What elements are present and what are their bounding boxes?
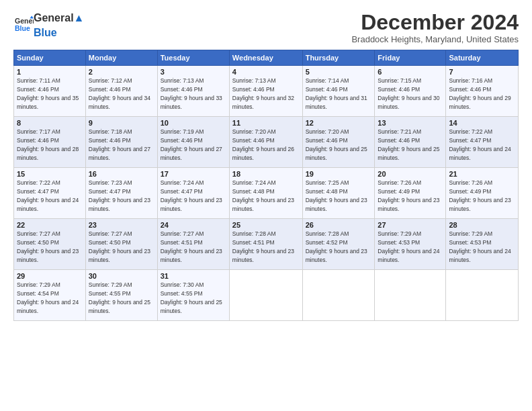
- calendar-cell: [375, 270, 446, 321]
- day-info: Sunrise: 7:29 AMSunset: 4:54 PMDaylight:…: [17, 281, 79, 314]
- calendar-cell: [446, 270, 519, 321]
- day-number: 1: [17, 68, 83, 76]
- day-number: 22: [17, 221, 83, 229]
- col-saturday: Saturday: [446, 50, 519, 66]
- day-info: Sunrise: 7:16 AMSunset: 4:46 PMDaylight:…: [449, 77, 511, 110]
- day-info: Sunrise: 7:23 AMSunset: 4:47 PMDaylight:…: [89, 179, 150, 212]
- day-number: 3: [161, 68, 226, 76]
- day-number: 23: [89, 221, 154, 229]
- calendar-cell: 20 Sunrise: 7:26 AMSunset: 4:49 PMDaylig…: [375, 168, 446, 219]
- day-number: 7: [449, 68, 515, 76]
- calendar-table: Sunday Monday Tuesday Wednesday Thursday…: [13, 50, 519, 321]
- calendar-week-2: 8 Sunrise: 7:17 AMSunset: 4:46 PMDayligh…: [14, 117, 519, 168]
- day-info: Sunrise: 7:29 AMSunset: 4:53 PMDaylight:…: [449, 230, 511, 263]
- day-info: Sunrise: 7:15 AMSunset: 4:46 PMDaylight:…: [378, 77, 439, 110]
- day-number: 24: [161, 221, 226, 229]
- day-number: 18: [232, 170, 300, 178]
- col-monday: Monday: [85, 50, 157, 66]
- day-info: Sunrise: 7:20 AMSunset: 4:46 PMDaylight:…: [306, 128, 367, 161]
- calendar-cell: [229, 270, 302, 321]
- day-number: 31: [161, 272, 226, 280]
- calendar-cell: 22 Sunrise: 7:27 AMSunset: 4:50 PMDaylig…: [14, 219, 86, 270]
- day-info: Sunrise: 7:27 AMSunset: 4:51 PMDaylight:…: [161, 230, 222, 263]
- calendar-header-row: Sunday Monday Tuesday Wednesday Thursday…: [14, 50, 519, 66]
- day-info: Sunrise: 7:24 AMSunset: 4:47 PMDaylight:…: [161, 179, 222, 212]
- day-info: Sunrise: 7:20 AMSunset: 4:46 PMDaylight:…: [232, 128, 294, 161]
- day-number: 29: [17, 272, 83, 280]
- day-info: Sunrise: 7:12 AMSunset: 4:46 PMDaylight:…: [89, 77, 150, 110]
- calendar-cell: 19 Sunrise: 7:25 AMSunset: 4:48 PMDaylig…: [302, 168, 375, 219]
- calendar-cell: 24 Sunrise: 7:27 AMSunset: 4:51 PMDaylig…: [157, 219, 229, 270]
- day-info: Sunrise: 7:26 AMSunset: 4:49 PMDaylight:…: [378, 179, 439, 212]
- day-info: Sunrise: 7:22 AMSunset: 4:47 PMDaylight:…: [449, 128, 511, 161]
- day-info: Sunrise: 7:11 AMSunset: 4:46 PMDaylight:…: [17, 77, 79, 110]
- logo-text: General▲Blue: [34, 11, 84, 40]
- day-number: 20: [378, 170, 443, 178]
- location: Braddock Heights, Maryland, United State…: [351, 34, 519, 44]
- day-info: Sunrise: 7:29 AMSunset: 4:53 PMDaylight:…: [378, 230, 439, 263]
- title-section: December 2024 Braddock Heights, Maryland…: [351, 11, 519, 44]
- calendar-cell: 9 Sunrise: 7:18 AMSunset: 4:46 PMDayligh…: [85, 117, 157, 168]
- day-number: 9: [89, 119, 154, 127]
- calendar-cell: 5 Sunrise: 7:14 AMSunset: 4:46 PMDayligh…: [302, 66, 375, 117]
- calendar-cell: 21 Sunrise: 7:26 AMSunset: 4:49 PMDaylig…: [446, 168, 519, 219]
- calendar-cell: 16 Sunrise: 7:23 AMSunset: 4:47 PMDaylig…: [85, 168, 157, 219]
- day-number: 17: [161, 170, 226, 178]
- calendar-cell: 7 Sunrise: 7:16 AMSunset: 4:46 PMDayligh…: [446, 66, 519, 117]
- calendar-cell: 2 Sunrise: 7:12 AMSunset: 4:46 PMDayligh…: [85, 66, 157, 117]
- calendar-cell: 14 Sunrise: 7:22 AMSunset: 4:47 PMDaylig…: [446, 117, 519, 168]
- calendar-week-3: 15 Sunrise: 7:22 AMSunset: 4:47 PMDaylig…: [14, 168, 519, 219]
- calendar-cell: 23 Sunrise: 7:27 AMSunset: 4:50 PMDaylig…: [85, 219, 157, 270]
- svg-text:Blue: Blue: [15, 24, 30, 32]
- day-number: 4: [232, 68, 300, 76]
- day-info: Sunrise: 7:18 AMSunset: 4:46 PMDaylight:…: [89, 128, 150, 161]
- day-info: Sunrise: 7:25 AMSunset: 4:48 PMDaylight:…: [306, 179, 367, 212]
- day-info: Sunrise: 7:17 AMSunset: 4:46 PMDaylight:…: [17, 128, 79, 161]
- calendar-cell: 29 Sunrise: 7:29 AMSunset: 4:54 PMDaylig…: [14, 270, 86, 321]
- day-info: Sunrise: 7:24 AMSunset: 4:48 PMDaylight:…: [232, 179, 294, 212]
- day-number: 28: [449, 221, 515, 229]
- calendar-cell: 26 Sunrise: 7:28 AMSunset: 4:52 PMDaylig…: [302, 219, 375, 270]
- month-title: December 2024: [351, 11, 519, 34]
- calendar-cell: 12 Sunrise: 7:20 AMSunset: 4:46 PMDaylig…: [302, 117, 375, 168]
- day-number: 25: [232, 221, 300, 229]
- day-number: 14: [449, 119, 515, 127]
- day-info: Sunrise: 7:28 AMSunset: 4:52 PMDaylight:…: [306, 230, 367, 263]
- day-info: Sunrise: 7:29 AMSunset: 4:55 PMDaylight:…: [89, 281, 150, 314]
- logo-icon: General Blue: [15, 15, 34, 34]
- calendar-cell: [302, 270, 375, 321]
- day-info: Sunrise: 7:13 AMSunset: 4:46 PMDaylight:…: [161, 77, 222, 110]
- day-info: Sunrise: 7:26 AMSunset: 4:49 PMDaylight:…: [449, 179, 511, 212]
- calendar-cell: 10 Sunrise: 7:19 AMSunset: 4:46 PMDaylig…: [157, 117, 229, 168]
- calendar-cell: 27 Sunrise: 7:29 AMSunset: 4:53 PMDaylig…: [375, 219, 446, 270]
- day-number: 10: [161, 119, 226, 127]
- day-number: 5: [306, 68, 372, 76]
- calendar-week-5: 29 Sunrise: 7:29 AMSunset: 4:54 PMDaylig…: [14, 270, 519, 321]
- day-number: 16: [89, 170, 154, 178]
- calendar-cell: 25 Sunrise: 7:28 AMSunset: 4:51 PMDaylig…: [229, 219, 302, 270]
- day-number: 21: [449, 170, 515, 178]
- day-info: Sunrise: 7:22 AMSunset: 4:47 PMDaylight:…: [17, 179, 79, 212]
- day-info: Sunrise: 7:27 AMSunset: 4:50 PMDaylight:…: [17, 230, 79, 263]
- calendar-cell: 28 Sunrise: 7:29 AMSunset: 4:53 PMDaylig…: [446, 219, 519, 270]
- day-number: 12: [306, 119, 372, 127]
- calendar-cell: 11 Sunrise: 7:20 AMSunset: 4:46 PMDaylig…: [229, 117, 302, 168]
- calendar-cell: 17 Sunrise: 7:24 AMSunset: 4:47 PMDaylig…: [157, 168, 229, 219]
- calendar-cell: 1 Sunrise: 7:11 AMSunset: 4:46 PMDayligh…: [14, 66, 86, 117]
- day-info: Sunrise: 7:13 AMSunset: 4:46 PMDaylight:…: [232, 77, 294, 110]
- logo: General Blue General▲Blue: [13, 11, 84, 40]
- day-number: 30: [89, 272, 154, 280]
- calendar-cell: 31 Sunrise: 7:30 AMSunset: 4:55 PMDaylig…: [157, 270, 229, 321]
- calendar-week-1: 1 Sunrise: 7:11 AMSunset: 4:46 PMDayligh…: [14, 66, 519, 117]
- calendar-cell: 30 Sunrise: 7:29 AMSunset: 4:55 PMDaylig…: [85, 270, 157, 321]
- col-sunday: Sunday: [14, 50, 86, 66]
- page: General Blue General▲Blue December 2024 …: [0, 0, 532, 411]
- day-number: 13: [378, 119, 443, 127]
- day-info: Sunrise: 7:19 AMSunset: 4:46 PMDaylight:…: [161, 128, 222, 161]
- day-number: 2: [89, 68, 154, 76]
- col-thursday: Thursday: [302, 50, 375, 66]
- day-number: 19: [306, 170, 372, 178]
- calendar-cell: 18 Sunrise: 7:24 AMSunset: 4:48 PMDaylig…: [229, 168, 302, 219]
- day-info: Sunrise: 7:30 AMSunset: 4:55 PMDaylight:…: [161, 281, 222, 314]
- col-wednesday: Wednesday: [229, 50, 302, 66]
